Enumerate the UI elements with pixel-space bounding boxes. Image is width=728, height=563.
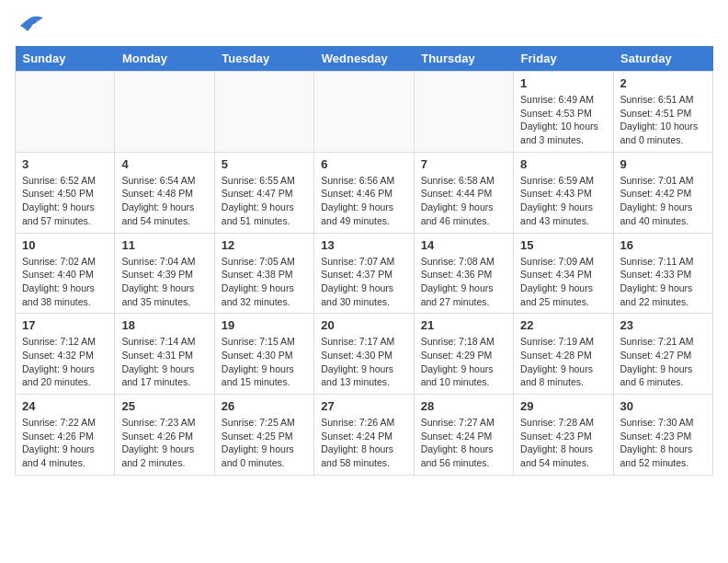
calendar-cell: 20Sunrise: 7:17 AMSunset: 4:30 PMDayligh… <box>314 314 414 395</box>
logo-bird-icon <box>17 15 42 35</box>
day-info: Sunrise: 7:15 AMSunset: 4:30 PMDaylight:… <box>222 335 307 389</box>
calendar-week-3: 17Sunrise: 7:12 AMSunset: 4:32 PMDayligh… <box>16 314 713 395</box>
day-number: 27 <box>321 399 406 413</box>
day-info: Sunrise: 7:08 AMSunset: 4:36 PMDaylight:… <box>421 255 506 309</box>
calendar-cell: 25Sunrise: 7:23 AMSunset: 4:26 PMDayligh… <box>115 395 214 476</box>
day-info: Sunrise: 7:04 AMSunset: 4:39 PMDaylight:… <box>121 255 207 309</box>
day-number: 29 <box>520 399 606 413</box>
day-info: Sunrise: 7:23 AMSunset: 4:26 PMDaylight:… <box>121 416 207 470</box>
calendar-cell: 12Sunrise: 7:05 AMSunset: 4:38 PMDayligh… <box>214 233 313 314</box>
calendar-week-1: 3Sunrise: 6:52 AMSunset: 4:50 PMDaylight… <box>16 152 713 233</box>
calendar-cell: 7Sunrise: 6:58 AMSunset: 4:44 PMDaylight… <box>414 152 513 233</box>
day-info: Sunrise: 7:12 AMSunset: 4:32 PMDaylight:… <box>22 335 108 389</box>
day-number: 24 <box>22 399 108 413</box>
day-info: Sunrise: 6:58 AMSunset: 4:44 PMDaylight:… <box>421 174 506 228</box>
calendar-cell: 17Sunrise: 7:12 AMSunset: 4:32 PMDayligh… <box>16 314 115 395</box>
day-number: 28 <box>421 399 506 413</box>
day-header-thursday: Thursday <box>414 46 513 72</box>
day-number: 20 <box>321 318 406 332</box>
day-number: 12 <box>222 238 307 252</box>
day-number: 10 <box>22 238 108 252</box>
day-info: Sunrise: 6:52 AMSunset: 4:50 PMDaylight:… <box>22 174 108 228</box>
day-number: 30 <box>620 399 706 413</box>
calendar-cell: 30Sunrise: 7:30 AMSunset: 4:23 PMDayligh… <box>613 395 712 476</box>
day-number: 16 <box>620 238 706 252</box>
calendar-cell: 24Sunrise: 7:22 AMSunset: 4:26 PMDayligh… <box>16 395 115 476</box>
day-number: 18 <box>121 318 207 332</box>
day-number: 23 <box>620 318 706 332</box>
logo <box>15 15 42 35</box>
day-info: Sunrise: 7:17 AMSunset: 4:30 PMDaylight:… <box>321 335 406 389</box>
day-header-monday: Monday <box>115 46 214 72</box>
day-number: 4 <box>121 157 207 171</box>
day-number: 3 <box>22 157 108 171</box>
calendar-cell: 18Sunrise: 7:14 AMSunset: 4:31 PMDayligh… <box>115 314 214 395</box>
day-info: Sunrise: 7:02 AMSunset: 4:40 PMDaylight:… <box>22 255 108 309</box>
day-number: 11 <box>121 238 207 252</box>
calendar-cell: 22Sunrise: 7:19 AMSunset: 4:28 PMDayligh… <box>514 314 613 395</box>
day-header-sunday: Sunday <box>16 46 115 72</box>
day-info: Sunrise: 7:14 AMSunset: 4:31 PMDaylight:… <box>121 335 207 389</box>
day-info: Sunrise: 7:27 AMSunset: 4:24 PMDaylight:… <box>421 416 506 470</box>
day-number: 21 <box>421 318 506 332</box>
day-number: 1 <box>520 76 606 90</box>
day-info: Sunrise: 7:01 AMSunset: 4:42 PMDaylight:… <box>620 174 706 228</box>
day-number: 6 <box>321 157 406 171</box>
calendar-cell: 2Sunrise: 6:51 AMSunset: 4:51 PMDaylight… <box>613 72 712 153</box>
calendar-cell: 19Sunrise: 7:15 AMSunset: 4:30 PMDayligh… <box>214 314 313 395</box>
calendar-header-row: SundayMondayTuesdayWednesdayThursdayFrid… <box>16 46 713 72</box>
day-info: Sunrise: 6:56 AMSunset: 4:46 PMDaylight:… <box>321 174 406 228</box>
calendar-cell <box>414 72 513 153</box>
calendar-cell <box>115 72 214 153</box>
day-header-wednesday: Wednesday <box>314 46 414 72</box>
day-number: 9 <box>620 157 706 171</box>
calendar-cell: 13Sunrise: 7:07 AMSunset: 4:37 PMDayligh… <box>314 233 414 314</box>
day-number: 5 <box>222 157 307 171</box>
day-info: Sunrise: 7:28 AMSunset: 4:23 PMDaylight:… <box>520 416 606 470</box>
day-header-saturday: Saturday <box>613 46 712 72</box>
calendar-cell: 21Sunrise: 7:18 AMSunset: 4:29 PMDayligh… <box>414 314 513 395</box>
day-info: Sunrise: 7:30 AMSunset: 4:23 PMDaylight:… <box>620 416 706 470</box>
calendar-cell: 29Sunrise: 7:28 AMSunset: 4:23 PMDayligh… <box>514 395 613 476</box>
day-header-friday: Friday <box>514 46 613 72</box>
day-number: 14 <box>421 238 506 252</box>
day-number: 17 <box>22 318 108 332</box>
day-info: Sunrise: 7:07 AMSunset: 4:37 PMDaylight:… <box>321 255 406 309</box>
calendar-cell: 1Sunrise: 6:49 AMSunset: 4:53 PMDaylight… <box>514 72 613 153</box>
calendar-cell: 11Sunrise: 7:04 AMSunset: 4:39 PMDayligh… <box>115 233 214 314</box>
day-info: Sunrise: 6:49 AMSunset: 4:53 PMDaylight:… <box>520 93 606 147</box>
calendar-week-4: 24Sunrise: 7:22 AMSunset: 4:26 PMDayligh… <box>16 395 713 476</box>
day-number: 26 <box>222 399 307 413</box>
calendar-week-2: 10Sunrise: 7:02 AMSunset: 4:40 PMDayligh… <box>16 233 713 314</box>
calendar-cell: 3Sunrise: 6:52 AMSunset: 4:50 PMDaylight… <box>16 152 115 233</box>
day-info: Sunrise: 7:21 AMSunset: 4:27 PMDaylight:… <box>620 335 706 389</box>
calendar-body: 1Sunrise: 6:49 AMSunset: 4:53 PMDaylight… <box>16 72 713 476</box>
calendar-cell <box>16 72 115 153</box>
calendar-cell: 5Sunrise: 6:55 AMSunset: 4:47 PMDaylight… <box>214 152 313 233</box>
day-info: Sunrise: 7:18 AMSunset: 4:29 PMDaylight:… <box>421 335 506 389</box>
day-info: Sunrise: 6:55 AMSunset: 4:47 PMDaylight:… <box>222 174 307 228</box>
calendar-cell <box>314 72 414 153</box>
calendar-cell: 23Sunrise: 7:21 AMSunset: 4:27 PMDayligh… <box>613 314 712 395</box>
day-number: 19 <box>222 318 307 332</box>
calendar-cell: 28Sunrise: 7:27 AMSunset: 4:24 PMDayligh… <box>414 395 513 476</box>
day-info: Sunrise: 7:19 AMSunset: 4:28 PMDaylight:… <box>520 335 606 389</box>
calendar-cell: 4Sunrise: 6:54 AMSunset: 4:48 PMDaylight… <box>115 152 214 233</box>
calendar-cell: 16Sunrise: 7:11 AMSunset: 4:33 PMDayligh… <box>613 233 712 314</box>
calendar-cell: 9Sunrise: 7:01 AMSunset: 4:42 PMDaylight… <box>613 152 712 233</box>
calendar-cell <box>214 72 313 153</box>
day-info: Sunrise: 7:25 AMSunset: 4:25 PMDaylight:… <box>222 416 307 470</box>
day-number: 2 <box>620 76 706 90</box>
calendar-cell: 10Sunrise: 7:02 AMSunset: 4:40 PMDayligh… <box>16 233 115 314</box>
day-info: Sunrise: 7:11 AMSunset: 4:33 PMDaylight:… <box>620 255 706 309</box>
day-number: 15 <box>520 238 606 252</box>
day-info: Sunrise: 6:51 AMSunset: 4:51 PMDaylight:… <box>620 93 706 147</box>
calendar-week-0: 1Sunrise: 6:49 AMSunset: 4:53 PMDaylight… <box>16 72 713 153</box>
calendar-cell: 27Sunrise: 7:26 AMSunset: 4:24 PMDayligh… <box>314 395 414 476</box>
calendar-cell: 14Sunrise: 7:08 AMSunset: 4:36 PMDayligh… <box>414 233 513 314</box>
day-number: 25 <box>121 399 207 413</box>
day-info: Sunrise: 6:54 AMSunset: 4:48 PMDaylight:… <box>121 174 207 228</box>
calendar-table: SundayMondayTuesdayWednesdayThursdayFrid… <box>15 46 713 476</box>
day-number: 7 <box>421 157 506 171</box>
day-info: Sunrise: 7:22 AMSunset: 4:26 PMDaylight:… <box>22 416 108 470</box>
